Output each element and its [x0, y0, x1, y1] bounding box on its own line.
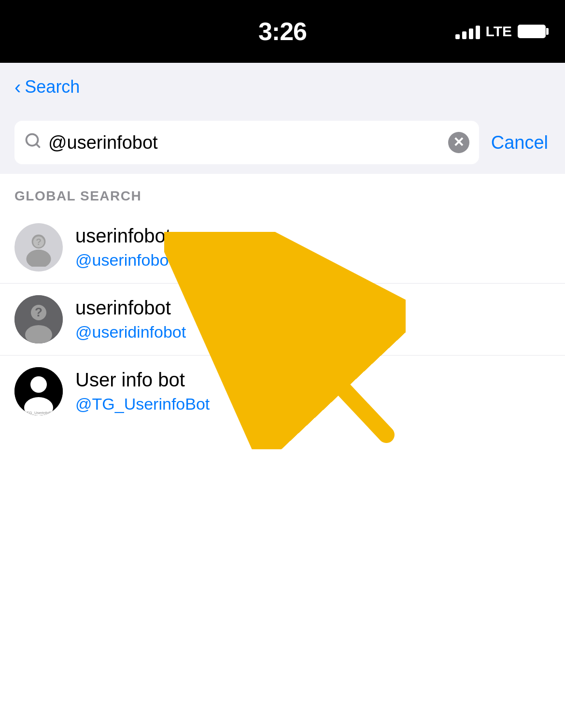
avatar-3: @TG_UserinfoBot — [14, 367, 63, 415]
signal-bars — [455, 24, 480, 39]
svg-text:@TG_UserinfoBot: @TG_UserinfoBot — [23, 411, 55, 415]
status-right-icons: LTE — [455, 23, 546, 40]
result-info-1: userinfobot @userinfobot — [75, 225, 551, 270]
result-handle-3: @TG_UserinfoBot — [75, 395, 551, 414]
result-name-3: User info bot — [75, 369, 551, 391]
results-list: ? userinfobot @userinfobot ? userinfobot… — [0, 212, 565, 427]
result-item-1[interactable]: ? userinfobot @userinfobot — [0, 212, 565, 284]
cancel-button[interactable]: Cancel — [489, 132, 551, 153]
avatar-1: ? — [14, 223, 63, 271]
lte-label: LTE — [486, 23, 512, 40]
empty-area — [0, 427, 565, 728]
result-item-2[interactable]: ? userinfobot @useridinfobot — [0, 284, 565, 356]
svg-text:?: ? — [35, 305, 42, 319]
search-icon — [24, 132, 42, 154]
section-header-text: GLOBAL SEARCH — [14, 188, 141, 203]
svg-point-3 — [26, 250, 51, 267]
search-bar-container: ✕ Cancel — [0, 111, 565, 174]
signal-bar-4 — [476, 26, 480, 39]
back-chevron-icon: ‹ — [14, 76, 21, 98]
back-button[interactable]: ‹ Search — [14, 76, 80, 98]
search-input[interactable] — [48, 132, 441, 153]
result-info-2: userinfobot @useridinfobot — [75, 297, 551, 342]
result-handle-1: @userinfobot — [75, 251, 551, 270]
status-time: 3:26 — [258, 17, 307, 46]
signal-bar-3 — [469, 29, 473, 39]
svg-line-1 — [36, 143, 40, 147]
nav-bar: ‹ Search — [0, 63, 565, 111]
search-input-wrapper: ✕ — [14, 121, 479, 164]
result-info-3: User info bot @TG_UserinfoBot — [75, 369, 551, 414]
battery-icon — [518, 25, 546, 38]
result-item-3[interactable]: @TG_UserinfoBot User info bot @TG_Userin… — [0, 356, 565, 427]
clear-icon: ✕ — [453, 136, 464, 149]
global-search-header: GLOBAL SEARCH — [0, 174, 565, 212]
clear-button[interactable]: ✕ — [448, 132, 469, 153]
avatar-2: ? — [14, 295, 63, 343]
result-handle-2: @useridinfobot — [75, 323, 551, 342]
signal-bar-2 — [462, 31, 466, 39]
result-name-1: userinfobot — [75, 225, 551, 247]
back-label: Search — [25, 77, 80, 97]
result-name-2: userinfobot — [75, 297, 551, 319]
svg-text:?: ? — [36, 237, 42, 247]
svg-point-11 — [30, 376, 47, 393]
signal-bar-1 — [455, 34, 460, 39]
status-bar: 3:26 LTE — [0, 0, 565, 63]
